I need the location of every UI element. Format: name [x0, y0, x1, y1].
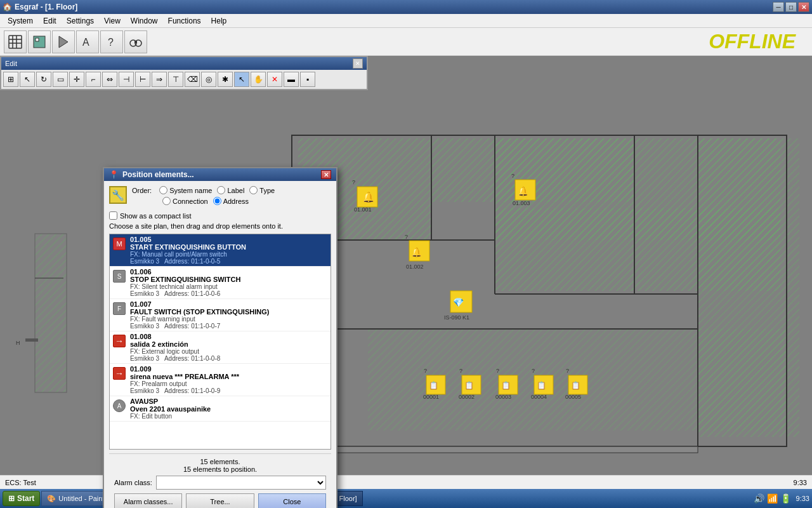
- item-name: STOP EXTINGQUISHING SWITCH: [130, 276, 328, 283]
- tool-cursor[interactable]: ↖: [20, 72, 35, 87]
- menu-window[interactable]: Window: [126, 15, 163, 27]
- svg-rect-70: [25, 338, 38, 342]
- radio-connection[interactable]: Connection: [162, 197, 208, 205]
- toolbar-binoculars-button[interactable]: [124, 30, 147, 53]
- edit-toolbar-content: ⊞ ↖ ↻ ▭ ✛ ⌐ ⇔ ⊣ ⊢ ⇒ ⊤ ⌫ ◎ ✱ ↖ ✋ ✕ ▬ ▪: [1, 70, 367, 89]
- position-elements-dialog: 📍 Position elements... ✕ 🔧 Order: System…: [103, 167, 337, 508]
- dialog-close-button[interactable]: ✕: [321, 170, 331, 179]
- toolbar-floor-button[interactable]: [28, 30, 51, 53]
- alarm-classes-button[interactable]: Alarm classes...: [114, 493, 182, 508]
- toolbar-text-button[interactable]: A: [76, 30, 99, 53]
- tool-element[interactable]: ◎: [201, 72, 216, 87]
- list-item[interactable]: M 01.005 START EXTINGQUISHING BUTTON FX:…: [110, 234, 331, 267]
- svg-text:?: ?: [405, 234, 408, 240]
- menu-functions[interactable]: Functions: [163, 15, 206, 27]
- tool-screen[interactable]: ▬: [284, 72, 299, 87]
- list-item[interactable]: S 01.006 STOP EXTINGQUISHING SWITCH FX: …: [110, 267, 331, 299]
- tool-resize[interactable]: ⇔: [102, 72, 117, 87]
- taskbar-right: 🔊 📶 🔋 9:33: [754, 493, 809, 504]
- svg-text:📋: 📋: [537, 380, 546, 390]
- count-total: 15 elements. 15 elements to position.: [114, 458, 326, 473]
- item-icon: F: [112, 302, 126, 316]
- system-tray: 🔊 📶 🔋: [754, 493, 791, 504]
- radio-address[interactable]: Address: [213, 197, 249, 205]
- tool-grid[interactable]: ⊞: [3, 72, 18, 87]
- element-list[interactable]: M 01.005 START EXTINGQUISHING BUTTON FX:…: [109, 234, 331, 450]
- window-title: Esgraf - [1. Floor]: [15, 3, 77, 11]
- svg-rect-12: [134, 41, 137, 43]
- svg-rect-30: [35, 234, 67, 392]
- svg-text:01.002: 01.002: [406, 264, 424, 270]
- menu-view[interactable]: View: [99, 15, 126, 27]
- menu-system[interactable]: System: [3, 15, 38, 27]
- dialog-title-text: Position elements...: [122, 170, 194, 179]
- tool-copy[interactable]: ⇒: [152, 72, 167, 87]
- status-right: 9:33: [794, 479, 807, 486]
- item-location: Esmikko 3 Address: 01:1-0-0-6: [130, 290, 328, 297]
- menu-settings[interactable]: Settings: [62, 15, 99, 27]
- radio-label[interactable]: Label: [217, 186, 244, 194]
- minimize-button[interactable]: ─: [773, 2, 784, 12]
- item-name: salida 2 extinción: [130, 340, 328, 348]
- item-name: sirena nueva *** PREALARMA ***: [130, 373, 328, 380]
- tool-delete[interactable]: ✕: [267, 72, 282, 87]
- main-toolbar: A ? OFFLINE: [0, 28, 812, 56]
- toolbar-help-button[interactable]: ?: [100, 30, 123, 53]
- start-button[interactable]: ⊞ Start: [3, 491, 40, 506]
- tool-move[interactable]: ✛: [69, 72, 84, 87]
- tool-wall[interactable]: ▭: [53, 72, 68, 87]
- edit-toolbar-title: Edit ✕: [1, 57, 367, 70]
- menu-help[interactable]: Help: [206, 15, 232, 27]
- dialog-footer: 15 elements. 15 elements to position. Al…: [109, 453, 331, 508]
- tray-sound-icon: 📶: [767, 493, 778, 504]
- tool-connect[interactable]: ✱: [218, 72, 233, 87]
- close-button[interactable]: Close: [258, 493, 326, 508]
- tool-align-top[interactable]: ⊤: [168, 72, 183, 87]
- svg-marker-7: [59, 36, 68, 48]
- compact-list-checkbox[interactable]: [109, 211, 117, 220]
- alarm-class-row: Alarm class:: [114, 476, 326, 490]
- svg-text:A: A: [82, 37, 89, 48]
- tool-layer[interactable]: ▪: [300, 72, 315, 87]
- close-button[interactable]: ✕: [798, 2, 809, 12]
- svg-text:00002: 00002: [459, 394, 475, 400]
- window-controls: ─ □ ✕: [773, 2, 809, 12]
- tool-corner[interactable]: ⌐: [86, 72, 101, 87]
- toolbar-arrow-button[interactable]: [52, 30, 75, 53]
- item-name: Oven 2201 avauspainike: [130, 405, 328, 413]
- list-item[interactable]: → 01.008 salida 2 extinción FX: External…: [110, 331, 331, 364]
- svg-text:01.001: 01.001: [354, 206, 372, 213]
- paint-icon: 🎨: [47, 495, 56, 503]
- item-type: FX: Manual call point/Alarm switch: [130, 251, 328, 258]
- list-item[interactable]: → 01.009 sirena nueva *** PREALARMA *** …: [110, 364, 331, 396]
- menu-edit[interactable]: Edit: [38, 15, 62, 27]
- main-area: Edit ✕ ⊞ ↖ ↻ ▭ ✛ ⌐ ⇔ ⊣ ⊢ ⇒ ⊤ ⌫ ◎ ✱ ↖ ✋ ✕…: [0, 56, 812, 489]
- tool-distribute[interactable]: ⊣: [119, 72, 134, 87]
- radio-type[interactable]: Type: [249, 186, 275, 194]
- tool-drag[interactable]: ✋: [251, 72, 266, 87]
- item-id: 01.007: [130, 300, 328, 308]
- button-row: Alarm classes... Tree... Close: [114, 493, 326, 508]
- order-row: Order: System name Label Type: [132, 186, 331, 194]
- item-location: Esmikko 3 Address: 01:1-0-0-8: [130, 355, 328, 362]
- compact-list-label: Show as a compact list: [120, 212, 192, 220]
- alarm-class-select[interactable]: [156, 476, 326, 490]
- toolbar-grid-button[interactable]: [4, 30, 27, 53]
- alarm-class-label: Alarm class:: [114, 479, 152, 486]
- tool-rotate[interactable]: ↻: [36, 72, 51, 87]
- svg-text:?: ?: [108, 37, 114, 48]
- svg-text:🔔: 🔔: [411, 247, 422, 258]
- edit-toolbar-close[interactable]: ✕: [353, 58, 363, 69]
- item-name: START EXTINGQUISHING BUTTON: [130, 243, 328, 251]
- tray-battery-icon: 🔋: [780, 493, 791, 504]
- tool-select-cursor[interactable]: ↖: [234, 72, 249, 87]
- list-item[interactable]: F 01.007 FAULT SWITCH (STOP EXTINGQUISHI…: [110, 299, 331, 331]
- tree-button[interactable]: Tree...: [186, 493, 254, 508]
- svg-text:📋: 📋: [464, 380, 474, 390]
- maximize-button[interactable]: □: [785, 2, 797, 12]
- tool-align-left[interactable]: ⊢: [135, 72, 150, 87]
- tool-erase[interactable]: ⌫: [185, 72, 200, 87]
- list-item[interactable]: A AVAUSP Oven 2201 avauspainike FX: Edit…: [110, 396, 331, 422]
- svg-text:🔔: 🔔: [518, 186, 529, 197]
- radio-system-name[interactable]: System name: [159, 186, 212, 194]
